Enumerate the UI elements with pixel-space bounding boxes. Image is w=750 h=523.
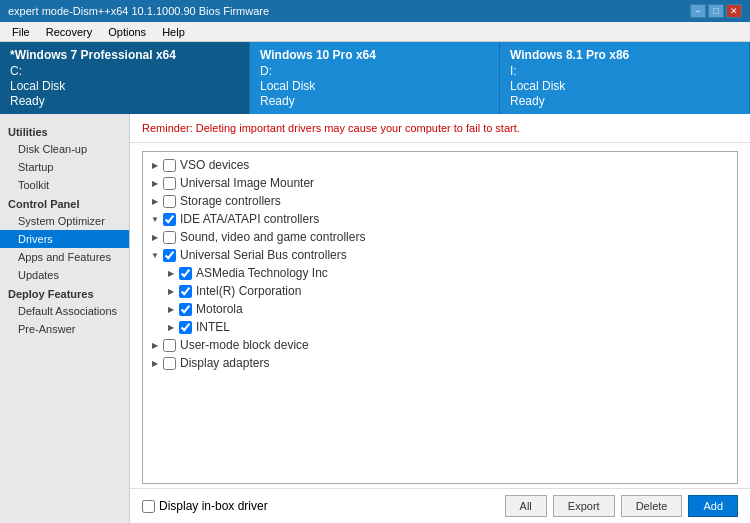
title-bar-controls: − □ ✕ <box>690 4 742 18</box>
os-tab-1-label: Local Disk <box>260 79 489 93</box>
label-usermode: User-mode block device <box>180 338 309 352</box>
os-tab-1-status: Ready <box>260 94 489 108</box>
tree-item-sound: ▶ Sound, video and game controllers <box>143 228 737 246</box>
all-button[interactable]: All <box>505 495 547 517</box>
sidebar-item-system-optimizer[interactable]: System Optimizer <box>0 212 129 230</box>
menu-bar: File Recovery Options Help <box>0 22 750 42</box>
maximize-button[interactable]: □ <box>708 4 724 18</box>
tree-item-intel: ▶ INTEL <box>143 318 737 336</box>
label-uim: Universal Image Mounter <box>180 176 314 190</box>
expand-icon-intel-corp[interactable]: ▶ <box>165 285 177 297</box>
os-tab-0-drive: C: <box>10 64 239 78</box>
bottom-area: Display in-box driver All Export Delete … <box>130 488 750 523</box>
label-display: Display adapters <box>180 356 269 370</box>
label-asmedia: ASMedia Technology Inc <box>196 266 328 280</box>
expand-icon-usb[interactable]: ▼ <box>149 249 161 261</box>
label-vso: VSO devices <box>180 158 249 172</box>
add-button[interactable]: Add <box>688 495 738 517</box>
expand-icon-sound[interactable]: ▶ <box>149 231 161 243</box>
expand-icon-storage[interactable]: ▶ <box>149 195 161 207</box>
label-intel: INTEL <box>196 320 230 334</box>
expand-icon-ide[interactable]: ▼ <box>149 213 161 225</box>
sidebar: Utilities Disk Clean-up Startup Toolkit … <box>0 114 130 523</box>
sidebar-item-drivers[interactable]: Drivers <box>0 230 129 248</box>
checkbox-uim[interactable] <box>163 177 176 190</box>
sidebar-item-toolkit[interactable]: Toolkit <box>0 176 129 194</box>
main-area: Utilities Disk Clean-up Startup Toolkit … <box>0 114 750 523</box>
os-tab-0-label: Local Disk <box>10 79 239 93</box>
expand-icon-display[interactable]: ▶ <box>149 357 161 369</box>
expand-icon-intel[interactable]: ▶ <box>165 321 177 333</box>
os-tabs: *Windows 7 Professional x64 C: Local Dis… <box>0 42 750 114</box>
menu-help[interactable]: Help <box>154 24 193 40</box>
display-inbox-label: Display in-box driver <box>159 499 268 513</box>
os-tab-1[interactable]: Windows 10 Pro x64 D: Local Disk Ready <box>250 42 500 114</box>
os-tab-0-status: Ready <box>10 94 239 108</box>
os-tab-1-title: Windows 10 Pro x64 <box>260 48 489 62</box>
driver-scroll-container[interactable]: ▶ VSO devices ▶ Universal Image Mounter … <box>142 151 738 484</box>
checkbox-sound[interactable] <box>163 231 176 244</box>
checkbox-ide[interactable] <box>163 213 176 226</box>
title-bar: expert mode-Dism++x64 10.1.1000.90 Bios … <box>0 0 750 22</box>
checkbox-intel[interactable] <box>179 321 192 334</box>
checkbox-display[interactable] <box>163 357 176 370</box>
sidebar-item-default-associations[interactable]: Default Associations <box>0 302 129 320</box>
display-inbox-checkbox[interactable] <box>142 500 155 513</box>
menu-options[interactable]: Options <box>100 24 154 40</box>
tree-item-uim: ▶ Universal Image Mounter <box>143 174 737 192</box>
os-tab-2-label: Local Disk <box>510 79 739 93</box>
os-tab-0-title: *Windows 7 Professional x64 <box>10 48 239 62</box>
minimize-button[interactable]: − <box>690 4 706 18</box>
checkbox-usb[interactable] <box>163 249 176 262</box>
expand-icon-motorola[interactable]: ▶ <box>165 303 177 315</box>
driver-list-area: ▶ VSO devices ▶ Universal Image Mounter … <box>130 143 750 488</box>
expand-icon-uim[interactable]: ▶ <box>149 177 161 189</box>
os-tab-0[interactable]: *Windows 7 Professional x64 C: Local Dis… <box>0 42 250 114</box>
sidebar-section-utilities: Utilities <box>0 122 129 140</box>
sidebar-item-disk-cleanup[interactable]: Disk Clean-up <box>0 140 129 158</box>
tree-item-usermode: ▶ User-mode block device <box>143 336 737 354</box>
tree-item-motorola: ▶ Motorola <box>143 300 737 318</box>
tree-item-asmedia: ▶ ASMedia Technology Inc <box>143 264 737 282</box>
tree-item-intel-corp: ▶ Intel(R) Corporation <box>143 282 737 300</box>
tree-item-ide: ▼ IDE ATA/ATAPI controllers <box>143 210 737 228</box>
sidebar-item-updates[interactable]: Updates <box>0 266 129 284</box>
bottom-left: Display in-box driver <box>142 499 268 513</box>
label-motorola: Motorola <box>196 302 243 316</box>
checkbox-vso[interactable] <box>163 159 176 172</box>
delete-button[interactable]: Delete <box>621 495 683 517</box>
menu-file[interactable]: File <box>4 24 38 40</box>
checkbox-storage[interactable] <box>163 195 176 208</box>
checkbox-motorola[interactable] <box>179 303 192 316</box>
tree-item-display: ▶ Display adapters <box>143 354 737 372</box>
os-tab-2-title: Windows 8.1 Pro x86 <box>510 48 739 62</box>
os-tab-2-status: Ready <box>510 94 739 108</box>
checkbox-intel-corp[interactable] <box>179 285 192 298</box>
content-pane: Reminder: Deleting important drivers may… <box>130 114 750 523</box>
label-intel-corp: Intel(R) Corporation <box>196 284 301 298</box>
sidebar-section-deploy-features: Deploy Features <box>0 284 129 302</box>
driver-tree: ▶ VSO devices ▶ Universal Image Mounter … <box>143 152 737 376</box>
checkbox-usermode[interactable] <box>163 339 176 352</box>
os-tab-2-drive: I: <box>510 64 739 78</box>
sidebar-item-pre-answer[interactable]: Pre-Answer <box>0 320 129 338</box>
label-storage: Storage controllers <box>180 194 281 208</box>
title-bar-title: expert mode-Dism++x64 10.1.1000.90 Bios … <box>8 5 269 17</box>
expand-icon-asmedia[interactable]: ▶ <box>165 267 177 279</box>
tree-item-usb: ▼ Universal Serial Bus controllers <box>143 246 737 264</box>
sidebar-item-apps-and-features[interactable]: Apps and Features <box>0 248 129 266</box>
tree-item-storage: ▶ Storage controllers <box>143 192 737 210</box>
bottom-right: All Export Delete Add <box>505 495 738 517</box>
menu-recovery[interactable]: Recovery <box>38 24 100 40</box>
expand-icon-usermode[interactable]: ▶ <box>149 339 161 351</box>
os-tab-2[interactable]: Windows 8.1 Pro x86 I: Local Disk Ready <box>500 42 750 114</box>
checkbox-asmedia[interactable] <box>179 267 192 280</box>
close-button[interactable]: ✕ <box>726 4 742 18</box>
sidebar-item-startup[interactable]: Startup <box>0 158 129 176</box>
os-tab-1-drive: D: <box>260 64 489 78</box>
label-sound: Sound, video and game controllers <box>180 230 365 244</box>
reminder-bar: Reminder: Deleting important drivers may… <box>130 114 750 143</box>
tree-item-vso: ▶ VSO devices <box>143 156 737 174</box>
expand-icon-vso[interactable]: ▶ <box>149 159 161 171</box>
export-button[interactable]: Export <box>553 495 615 517</box>
